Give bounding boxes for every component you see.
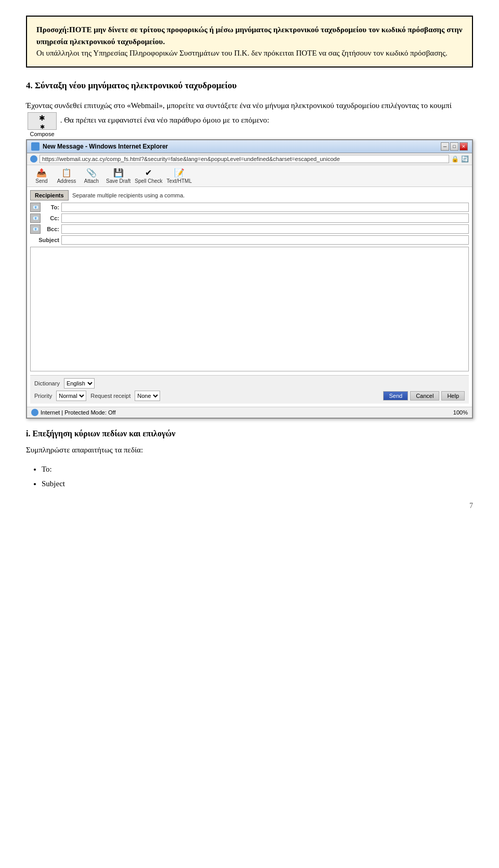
bullet-subject: Subject <box>42 476 473 491</box>
address-input[interactable] <box>40 155 449 163</box>
warning-bold: Προσοχή:ΠΟΤΕ μην δίνετε σε τρίτους προφο… <box>36 25 462 46</box>
warning-line2: Οι υπάλληλοι της Υπηρεσίας Πληροφορικών … <box>36 49 448 57</box>
recipients-hint: Separate multiple recipients using a com… <box>70 192 185 198</box>
send-toolbar-label: Send <box>35 178 47 184</box>
bcc-input[interactable] <box>61 224 469 234</box>
message-body[interactable] <box>30 247 469 371</box>
to-field-row: 📧 To: <box>30 203 469 212</box>
subject-input[interactable] <box>61 235 469 245</box>
cc-label: Cc: <box>43 215 59 221</box>
browser-status-bar: Internet | Protected Mode: Off 100% <box>27 407 472 418</box>
bottom-row2: Priority Normal Request receipt None Sen… <box>34 391 465 401</box>
spellcheck-toolbar-button[interactable]: ✔ Spell Check <box>135 168 162 184</box>
attach-icon: 📎 <box>85 168 98 178</box>
priority-label: Priority <box>34 393 52 399</box>
refresh-icon[interactable]: 🔄 <box>461 155 469 163</box>
bullet-to: To: <box>42 462 473 477</box>
attach-toolbar-button[interactable]: 📎 Attach <box>81 168 102 184</box>
minimize-button[interactable]: ─ <box>441 142 449 151</box>
section4-header: 4. Σύνταξη νέου μηνύματος ηλεκτρονικού τ… <box>26 79 473 92</box>
bcc-address-icon: 📧 <box>30 224 41 234</box>
savedraft-toolbar-label: Save Draft <box>106 178 130 184</box>
to-input[interactable] <box>61 203 469 212</box>
browser-window: New Message - Windows Internet Explorer … <box>26 139 473 419</box>
bcc-field-row: 📧 Bcc: <box>30 224 469 234</box>
address-toolbar-button[interactable]: 📋 Address <box>56 168 77 184</box>
subject-label: Subject <box>30 237 59 243</box>
browser-title: New Message - Windows Internet Explorer <box>43 143 168 150</box>
browser-addressbar: 🔒 🔄 <box>27 153 472 165</box>
to-label: To: <box>43 204 59 210</box>
lock-icon: 🔒 <box>451 155 459 163</box>
to-address-icon: 📧 <box>30 203 41 212</box>
texthtml-toolbar-button[interactable]: 📝 Text/HTML <box>167 168 192 184</box>
browser-titlebar: New Message - Windows Internet Explorer … <box>27 140 472 153</box>
section4-para: Έχοντας συνδεθεί επιτυχώς στο «Webmail»,… <box>26 99 473 130</box>
action-buttons: Send Cancel Help <box>383 391 465 400</box>
dictionary-label: Dictionary <box>34 380 60 386</box>
maximize-button[interactable]: □ <box>450 142 458 151</box>
status-right: 100% <box>453 409 468 416</box>
page-number: 7 <box>26 502 473 510</box>
help-button[interactable]: Help <box>441 391 465 400</box>
browser-controls[interactable]: ─ □ ✕ <box>441 142 468 151</box>
zoom-level: 100% <box>453 409 468 416</box>
compose-icon-label: Compose <box>28 130 56 138</box>
address-toolbar-label: Address <box>57 178 76 184</box>
status-text: Internet | Protected Mode: Off <box>41 409 116 416</box>
bottom-bar: Dictionary English Priority Normal Reque… <box>30 375 469 404</box>
send-icon: 📤 <box>35 168 48 178</box>
texthtml-icon: 📝 <box>173 168 186 178</box>
send-button[interactable]: Send <box>383 391 408 400</box>
cc-address-icon: 📧 <box>30 213 41 223</box>
attach-toolbar-label: Attach <box>84 178 99 184</box>
subsection-i-header: i. Επεξήγηση κύριων πεδίων και επιλογών <box>26 429 473 438</box>
spellcheck-toolbar-label: Spell Check <box>135 178 162 184</box>
browser-toolbar: 📤 Send 📋 Address 📎 Attach 💾 Save Draft ✔… <box>27 165 472 187</box>
subsection-i-para: Συμπληρώστε απαραιτήτως τα πεδία: <box>26 444 473 457</box>
request-receipt-select[interactable]: None <box>135 391 160 401</box>
ie-icon <box>31 142 40 151</box>
globe-icon <box>31 409 38 416</box>
request-receipt-label: Request receipt <box>90 393 130 399</box>
address-icon <box>30 155 37 163</box>
savedraft-toolbar-button[interactable]: 💾 Save Draft <box>106 168 130 184</box>
cc-input[interactable] <box>61 213 469 223</box>
bullet-list: To: Subject <box>42 462 473 491</box>
recipients-section: Recipients Separate multiple recipients … <box>30 190 469 203</box>
texthtml-toolbar-label: Text/HTML <box>167 178 192 184</box>
page-footer: i. Επεξήγηση κύριων πεδίων και επιλογών … <box>26 429 473 491</box>
warning-box: Προσοχή:ΠΟΤΕ μην δίνετε σε τρίτους προφο… <box>26 16 473 68</box>
address-icon2: 📋 <box>60 168 73 178</box>
section4-para1: Έχοντας συνδεθεί επιτυχώς στο «Webmail»,… <box>26 101 452 110</box>
send-toolbar-button[interactable]: 📤 Send <box>31 168 52 184</box>
cancel-button[interactable]: Cancel <box>410 391 439 400</box>
compose-icon-symbol: ✱ <box>28 123 56 130</box>
recipients-header: Recipients <box>30 190 69 201</box>
savedraft-icon: 💾 <box>112 168 125 178</box>
section4-para2: . Θα πρέπει να εμφανιστεί ένα νέο παράθυ… <box>60 116 269 124</box>
cc-field-row: 📧 Cc: <box>30 213 469 223</box>
bcc-label: Bcc: <box>43 226 59 232</box>
subject-row: Subject <box>30 235 469 245</box>
bottom-row1: Dictionary English <box>34 378 465 389</box>
spellcheck-icon: ✔ <box>142 168 155 178</box>
priority-select[interactable]: Normal <box>56 391 86 401</box>
compose-icon: ✱ Compose <box>28 112 57 130</box>
dictionary-select[interactable]: English <box>64 378 95 389</box>
titlebar-left: New Message - Windows Internet Explorer <box>31 142 168 151</box>
status-left: Internet | Protected Mode: Off <box>31 409 116 416</box>
compose-form: Recipients Separate multiple recipients … <box>27 187 472 407</box>
close-button[interactable]: ✕ <box>459 142 468 151</box>
